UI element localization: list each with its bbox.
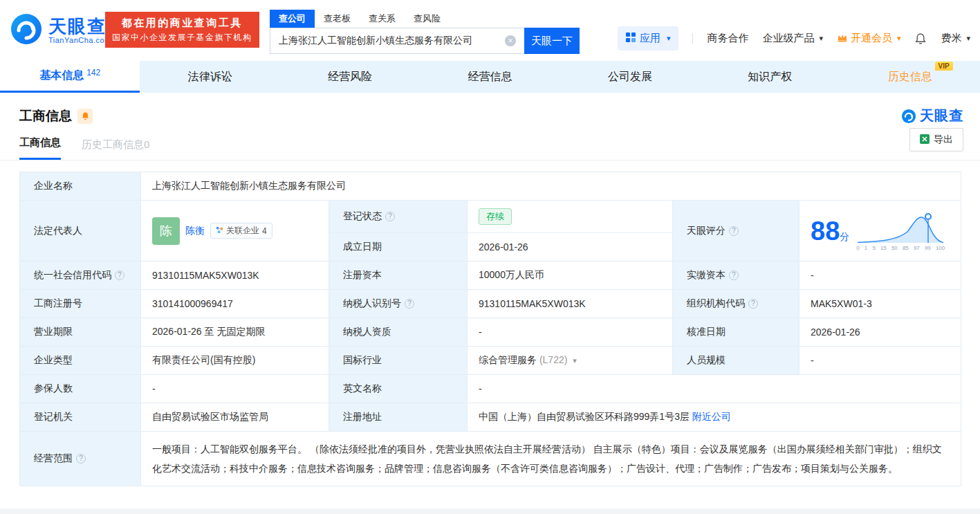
export-label: 导出 (934, 134, 953, 146)
business-info-table: 企业名称 上海张江人工智能创新小镇生态服务有限公司 法定代表人 陈 陈衡 (19, 172, 961, 486)
reg-status-label: 登记状态 (329, 201, 468, 233)
insured-count-value: - (141, 375, 329, 403)
user-name: 费米 (941, 32, 961, 45)
tab-business-risk[interactable]: 经营风险 (280, 61, 420, 93)
approval-date-label: 核准日期 (673, 318, 799, 347)
tab-company-development[interactable]: 公司发展 (560, 61, 700, 93)
taxpayer-quality-value: - (468, 318, 673, 347)
related-companies-tag[interactable]: 关联企业 4 (210, 223, 272, 239)
vip-label: 开通会员 (851, 32, 892, 45)
business-scope-label: 经营范围 (20, 432, 141, 486)
reg-authority-value: 自由贸易试验区市场监管局 (141, 403, 329, 432)
taxpayer-id-label: 纳税人识别号 (329, 290, 468, 318)
enterprise-products-link[interactable]: 企业级产品 (762, 32, 823, 45)
divider (692, 33, 693, 44)
search-tab-relation[interactable]: 查关系 (360, 10, 405, 28)
establish-date-label: 成立日期 (329, 233, 468, 261)
score-value: 88 (811, 217, 840, 246)
help-icon[interactable] (748, 299, 758, 309)
tianyancha-logo[interactable]: 天眼查 TianYanCha.com (10, 12, 111, 48)
table-row: 经营范围 一般项目：人工智能双创服务平台。 （除依法须经批准的项目外，凭营业执照… (20, 432, 961, 486)
legal-rep-cell: 陈 陈衡 关联企业 4 (141, 201, 329, 261)
help-icon[interactable] (115, 270, 124, 280)
top-right-menu: 应用 商务合作 企业级产品 开通会员 费米 (618, 26, 970, 51)
org-code-label: 组织机构代码 (673, 290, 799, 318)
business-cooperation-link[interactable]: 商务合作 (707, 32, 748, 45)
taxpayer-quality-label: 纳税人资质 (329, 318, 468, 347)
credit-code-value: 91310115MAK5XW013K (141, 261, 329, 290)
enterprise-products-label: 企业级产品 (762, 32, 814, 45)
tab-basic-info[interactable]: 基本信息 142 (0, 61, 140, 93)
search-tab-boss[interactable]: 查老板 (315, 10, 360, 28)
paid-capital-value: - (799, 261, 961, 290)
search-button[interactable]: 天眼一下 (524, 28, 580, 54)
staff-size-label: 人员规模 (673, 347, 799, 375)
reg-number-label: 工商注册号 (20, 290, 141, 318)
related-companies-icon (216, 226, 223, 236)
chevron-down-icon[interactable]: ▾ (573, 356, 577, 365)
tab-business-info[interactable]: 经营信息 (420, 61, 560, 93)
vip-badge: VIP (935, 62, 953, 71)
subtab-history-business-info[interactable]: 历史工商信息0 (82, 138, 149, 160)
english-name-label: 英文名称 (329, 375, 468, 403)
search-tab-company[interactable]: 查公司 (270, 10, 315, 28)
section-title: 工商信息 (19, 107, 72, 125)
avatar[interactable]: 陈 (152, 217, 180, 245)
credit-code-label: 统一社会信用代码 (20, 261, 141, 290)
table-row: 企业类型 有限责任公司(国有控股) 国标行业 综合管理服务 (L722) ▾ 人… (20, 347, 961, 375)
tab-intellectual-property[interactable]: 知识产权 (700, 61, 840, 93)
paid-capital-label: 实缴资本 (673, 261, 799, 290)
reg-capital-label: 注册资本 (329, 261, 468, 290)
company-name-value: 上海张江人工智能创新小镇生态服务有限公司 (141, 172, 961, 201)
export-button[interactable]: 导出 (909, 128, 963, 152)
table-row: 统一社会信用代码 91310115MAK5XW013K 注册资本 10000万人… (20, 261, 961, 290)
notification-bell-icon[interactable] (914, 33, 927, 45)
slogan-line2: 国家中小企业发展子基金旗下机构 (112, 30, 252, 44)
tab-basic-info-label: 基本信息 (39, 68, 84, 83)
score-unit: 分 (840, 231, 849, 242)
nearby-companies-link[interactable]: 附近公司 (692, 411, 731, 422)
watermark-icon (901, 109, 916, 124)
vip-membership-link[interactable]: 开通会员 (837, 32, 901, 45)
brand-slogan: 都在用的商业查询工具 国家中小企业发展子基金旗下机构 (105, 12, 259, 48)
subtab-business-info[interactable]: 工商信息 (19, 136, 61, 160)
score-label: 天眼评分 (673, 201, 799, 261)
table-row: 营业期限 2026-01-26 至 无固定期限 纳税人资质 - 核准日期 202… (20, 318, 961, 347)
reg-number-value: 310141000969417 (141, 290, 329, 318)
section-header: 工商信息 天眼查 (0, 93, 980, 125)
tab-history-info[interactable]: 历史信息 VIP (840, 61, 980, 93)
crown-icon (837, 33, 848, 44)
subscribe-bell-icon[interactable] (77, 109, 93, 124)
user-menu[interactable]: 费米 (941, 32, 970, 45)
apps-button[interactable]: 应用 (618, 26, 679, 51)
company-nav-tabs: 基本信息 142 法律诉讼 经营风险 经营信息 公司发展 知识产权 历史信息 V… (0, 61, 980, 93)
search-tab-risk[interactable]: 查风险 (405, 10, 450, 28)
search-input-value: 上海张江人工智能创新小镇生态服务有限公司 (279, 35, 505, 47)
help-icon[interactable] (729, 270, 739, 280)
help-icon[interactable] (76, 454, 86, 463)
business-term-label: 营业期限 (20, 318, 141, 347)
reg-address-label: 注册地址 (329, 403, 468, 432)
tab-basic-info-count: 142 (86, 68, 100, 77)
watermark-text: 天眼查 (920, 107, 963, 125)
table-row: 登记机关 自由贸易试验区市场监管局 注册地址 中国（上海）自由贸易试验区环科路9… (20, 403, 961, 432)
tab-legal-proceedings[interactable]: 法律诉讼 (140, 61, 279, 93)
tianyancha-logo-icon (10, 12, 43, 48)
staff-size-value: - (799, 347, 961, 375)
tab-history-info-label: 历史信息 (888, 71, 932, 82)
insured-count-label: 参保人数 (20, 375, 141, 403)
industry-code: (L722) (539, 354, 567, 365)
help-icon[interactable] (729, 226, 739, 236)
clear-icon[interactable] (505, 35, 516, 46)
legal-rep-label: 法定代表人 (20, 201, 141, 261)
help-icon[interactable] (405, 299, 414, 309)
help-icon[interactable] (385, 212, 395, 221)
excel-icon (920, 134, 930, 146)
table-row: 工商注册号 310141000969417 纳税人识别号 91310115MAK… (20, 290, 961, 318)
search-input[interactable]: 上海张江人工智能创新小镇生态服务有限公司 (270, 28, 524, 54)
taxpayer-id-value: 91310115MAK5XW013K (468, 290, 673, 318)
legal-rep-link[interactable]: 陈衡 (185, 225, 205, 237)
status-badge: 存续 (479, 208, 512, 225)
company-name-label: 企业名称 (20, 172, 141, 201)
table-row: 企业名称 上海张江人工智能创新小镇生态服务有限公司 (20, 172, 961, 201)
